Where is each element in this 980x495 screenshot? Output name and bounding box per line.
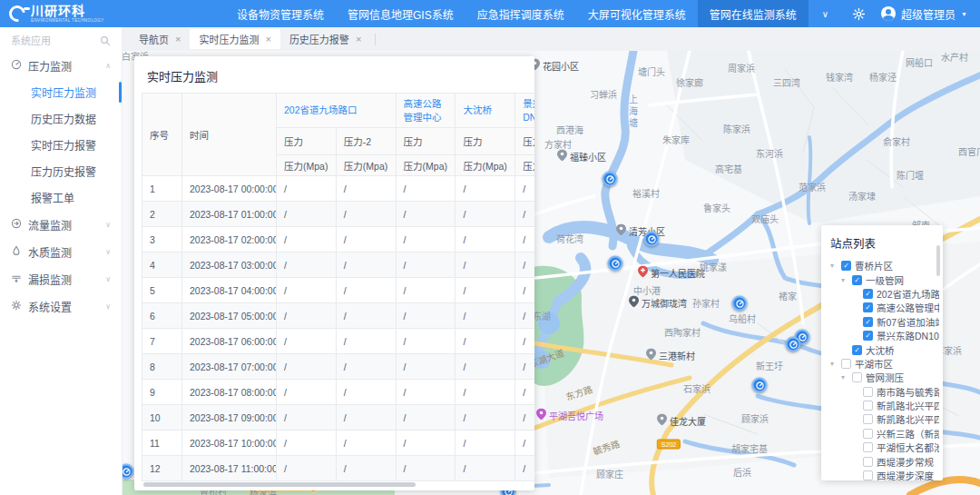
tab-label: 导航页 bbox=[139, 32, 169, 46]
gear-icon[interactable] bbox=[842, 7, 876, 21]
tree-item-label: 一级管网 bbox=[866, 273, 904, 287]
table-cell: / bbox=[277, 278, 337, 303]
tree-item-新凯路北兴平四路桥管[interactable]: 新凯路北兴平四路桥管 bbox=[830, 412, 939, 426]
tree-item-景兴东路DN100[interactable]: ✓景兴东路DN100 bbox=[830, 329, 939, 342]
tree-item-新凯路北兴平四路桥管[interactable]: 新凯路北兴平四路桥管 bbox=[830, 399, 939, 412]
sidebar-section-系统设置[interactable]: 系统设置∨ bbox=[0, 292, 122, 320]
map-label: 佳龙大厦 bbox=[657, 414, 706, 428]
tree-expand-icon[interactable]: ▾ bbox=[830, 262, 838, 270]
sidebar-section-漏损监测[interactable]: 漏损监测∨ bbox=[0, 265, 122, 292]
tab-导航页[interactable]: 导航页× bbox=[130, 29, 190, 49]
close-icon[interactable]: × bbox=[175, 35, 181, 45]
checkbox-unchecked[interactable] bbox=[852, 372, 862, 382]
checkbox-checked[interactable]: ✓ bbox=[852, 345, 862, 355]
tree-item-西堤漫步深度[interactable]: 西堤漫步深度 bbox=[830, 469, 939, 480]
checkbox-checked[interactable]: ✓ bbox=[841, 261, 851, 271]
close-icon[interactable]: × bbox=[265, 35, 270, 45]
checkbox-unchecked[interactable] bbox=[863, 414, 873, 424]
user-menu[interactable]: 超级管理员 ▼ bbox=[876, 6, 980, 22]
tabbar: 导航页×实时压力监测×历史压力报警× bbox=[122, 27, 980, 51]
tree-item-202省道九场路口[interactable]: ✓202省道九场路口 bbox=[830, 287, 939, 301]
nav-item[interactable]: 管网在线监测系统 bbox=[698, 0, 808, 27]
sidebar-search-input[interactable] bbox=[11, 35, 88, 46]
map-canvas[interactable]: 白家浜花园小区塘门头周家浜徐家廊习蝉浜三四湾钱家湾杨家泾网船口水产村上海塘西港海… bbox=[122, 51, 980, 495]
map-label: 陈家浜 bbox=[723, 122, 750, 135]
sidebar-item-报警工单[interactable]: 报警工单 bbox=[0, 184, 122, 211]
sidebar-search[interactable] bbox=[11, 35, 111, 46]
sidebar-section-水质监测[interactable]: 水质监测∨ bbox=[0, 238, 122, 265]
checkbox-checked[interactable]: ✓ bbox=[863, 289, 873, 299]
nav-more-chevron-icon[interactable]: ∨ bbox=[808, 9, 842, 19]
checkbox-checked[interactable]: ✓ bbox=[863, 331, 873, 341]
checkbox-unchecked[interactable] bbox=[863, 457, 873, 467]
nav-item[interactable]: 设备物资管理系统 bbox=[225, 0, 336, 27]
checkbox-checked[interactable]: ✓ bbox=[852, 275, 862, 285]
station-link[interactable]: 景兴东路DN100 bbox=[515, 94, 534, 128]
station-link[interactable]: 202省道九场路口 bbox=[277, 94, 397, 128]
nav-item[interactable]: 应急指挥调度系统 bbox=[466, 0, 576, 27]
horizontal-scrollbar[interactable] bbox=[143, 482, 416, 487]
checkbox-unchecked[interactable] bbox=[863, 442, 873, 452]
map-label-text: 胡家宅基 bbox=[731, 441, 768, 455]
tree-item-南市路与毓秀路南(压力[interactable]: 南市路与毓秀路南(压力 bbox=[830, 385, 939, 399]
sidebar-section-压力监测[interactable]: 压力监测∧ bbox=[0, 52, 122, 79]
tree-item-管网测压[interactable]: ▾管网测压 bbox=[830, 371, 939, 384]
close-icon[interactable]: × bbox=[356, 35, 361, 45]
poi-pin-icon bbox=[646, 349, 656, 362]
pressure-station-marker[interactable] bbox=[644, 232, 660, 247]
station-link[interactable]: 高速公路管理中心 bbox=[396, 94, 456, 128]
tree-item-西堤漫步常规[interactable]: 西堤漫步常规 bbox=[830, 454, 939, 468]
logo-subtitle: ENVIRONMENTAL TECHNOLOGY bbox=[31, 19, 104, 24]
table-cell: / bbox=[336, 227, 396, 252]
tab-历史压力报警[interactable]: 历史压力报警× bbox=[280, 29, 370, 49]
checkbox-unchecked[interactable] bbox=[863, 387, 873, 397]
tree-item-平湖市区[interactable]: ▾平湖市区 bbox=[830, 357, 939, 371]
tree-item-大沈桥[interactable]: ✓大沈桥 bbox=[830, 342, 939, 356]
checkbox-unchecked[interactable] bbox=[863, 429, 873, 439]
nav-item[interactable]: 大屏可视化管理系统 bbox=[576, 0, 698, 27]
checkbox-unchecked[interactable] bbox=[863, 401, 873, 411]
checkbox-unchecked[interactable] bbox=[863, 470, 873, 480]
map-label-text: 东湖 bbox=[533, 309, 551, 322]
tree-item-平湖恒大名都池海路桥[interactable]: 平湖恒大名都池海路桥 bbox=[830, 441, 939, 454]
table-cell: / bbox=[515, 329, 534, 354]
tree-expand-icon[interactable]: ▾ bbox=[841, 276, 848, 284]
checkbox-unchecked[interactable] bbox=[841, 359, 851, 369]
station-link[interactable]: 大沈桥 bbox=[456, 94, 515, 128]
table-cell: 2023-08-17 03:00:00 bbox=[182, 252, 277, 278]
tab-label: 实时压力监测 bbox=[199, 32, 259, 46]
table-cell: 2023-08-17 11:00:00 bbox=[182, 456, 277, 481]
sidebar-item-实时压力报警[interactable]: 实时压力报警 bbox=[0, 132, 122, 158]
tree-expand-icon[interactable]: ▾ bbox=[841, 373, 848, 381]
pressure-station-marker[interactable] bbox=[603, 172, 618, 187]
sidebar-section-流量监测[interactable]: 流量监测∨ bbox=[0, 211, 122, 238]
tree-item-高速公路管理中心[interactable]: ✓高速公路管理中心 bbox=[830, 301, 939, 314]
table-cell: / bbox=[515, 354, 534, 380]
checkbox-checked[interactable]: ✓ bbox=[863, 302, 873, 312]
sidebar-item-实时压力监测[interactable]: 实时压力监测 bbox=[0, 79, 122, 105]
map-label-text: 孙家村 bbox=[692, 296, 720, 310]
table-cell: / bbox=[515, 278, 534, 303]
map-label-text: 花园小区 bbox=[543, 59, 579, 73]
map-label-text: 中小港 bbox=[633, 283, 661, 297]
nav-item[interactable]: 管网信息地理GIS系统 bbox=[336, 0, 466, 27]
checkbox-checked[interactable]: ✓ bbox=[863, 317, 873, 327]
pressure-station-marker[interactable] bbox=[608, 256, 623, 272]
station-list-scrollbar[interactable] bbox=[936, 245, 940, 276]
tree-item-一级管网[interactable]: ▾✓一级管网 bbox=[830, 272, 939, 286]
pressure-station-marker[interactable] bbox=[732, 296, 748, 312]
table-header-cell: 压力 bbox=[396, 128, 456, 155]
pressure-station-marker[interactable] bbox=[786, 337, 801, 352]
tab-实时压力监测[interactable]: 实时压力监测× bbox=[190, 29, 279, 49]
sidebar-item-压力历史报警[interactable]: 压力历史报警 bbox=[0, 158, 122, 184]
sidebar-item-历史压力数据[interactable]: 历史压力数据 bbox=[0, 105, 122, 132]
tree-item-兴新三路（新凯路北侧[interactable]: 兴新三路（新凯路北侧 bbox=[830, 427, 939, 441]
pressure-station-marker[interactable] bbox=[752, 378, 768, 393]
map-label-text: 西陶家村 bbox=[664, 325, 701, 339]
table-row: 72023-08-17 06:00:00///// bbox=[142, 329, 535, 354]
tree-item-新07省道加油站地块D[interactable]: ✓新07省道加油站地块D bbox=[830, 315, 939, 329]
map-label-text: 朱家库 bbox=[662, 133, 690, 146]
map-label-text: 顾家浜 bbox=[741, 411, 769, 425]
tree-item-曹桥片区[interactable]: ▾✓曹桥片区 bbox=[830, 259, 939, 272]
tree-expand-icon[interactable]: ▾ bbox=[830, 360, 838, 368]
